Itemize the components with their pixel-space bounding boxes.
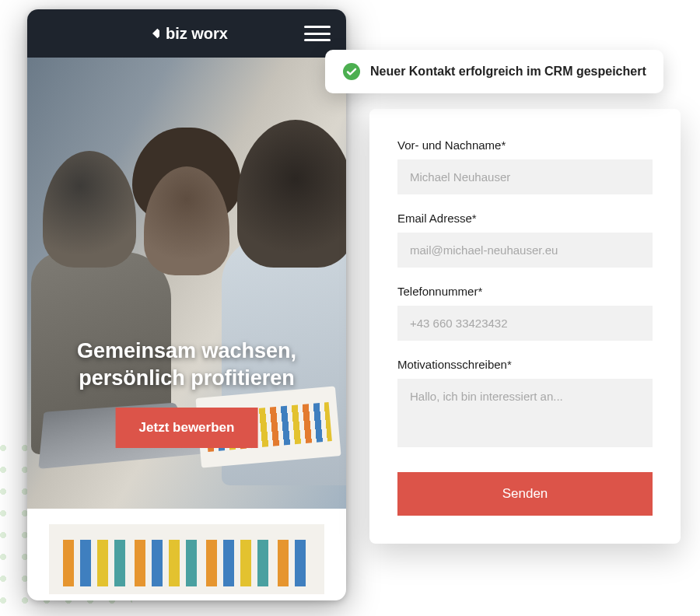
content-thumbnail bbox=[49, 524, 324, 594]
message-textarea[interactable] bbox=[397, 379, 653, 447]
below-fold bbox=[27, 509, 346, 594]
hero-headline: Gemeinsam wachsen, persönlich profitiere… bbox=[27, 338, 346, 392]
mobile-preview-frame: biz worx Gemeinsam wachsen, persönlich p… bbox=[27, 9, 346, 600]
name-input[interactable] bbox=[397, 159, 653, 194]
message-label: Motivationsschreiben* bbox=[397, 358, 653, 371]
svg-point-1 bbox=[343, 63, 360, 80]
hamburger-menu-icon[interactable] bbox=[304, 26, 331, 41]
toast-message: Neuer Kontakt erfolgreich im CRM gespeic… bbox=[370, 65, 646, 79]
brand-mark-icon bbox=[145, 26, 159, 40]
svg-rect-0 bbox=[152, 29, 159, 39]
name-field: Vor- und Nachname* bbox=[397, 138, 653, 194]
submit-button[interactable]: Senden bbox=[397, 472, 653, 516]
hero-section: Gemeinsam wachsen, persönlich profitiere… bbox=[27, 58, 346, 509]
phone-label: Telefonnummer* bbox=[397, 285, 653, 298]
email-label: Email Adresse* bbox=[397, 212, 653, 225]
mobile-header: biz worx bbox=[27, 9, 346, 58]
brand-name: biz worx bbox=[166, 25, 228, 43]
message-field: Motivationsschreiben* bbox=[397, 358, 653, 450]
email-field: Email Adresse* bbox=[397, 212, 653, 268]
email-input[interactable] bbox=[397, 233, 653, 268]
phone-field: Telefonnummer* bbox=[397, 285, 653, 341]
apply-button[interactable]: Jetzt bewerben bbox=[116, 408, 258, 448]
contact-form-card: Vor- und Nachname* Email Adresse* Telefo… bbox=[369, 109, 681, 544]
brand-logo: biz worx bbox=[145, 25, 228, 43]
phone-input[interactable] bbox=[397, 306, 653, 341]
success-toast: Neuer Kontakt erfolgreich im CRM gespeic… bbox=[325, 50, 663, 93]
name-label: Vor- und Nachname* bbox=[397, 138, 653, 152]
check-circle-icon bbox=[342, 62, 361, 81]
